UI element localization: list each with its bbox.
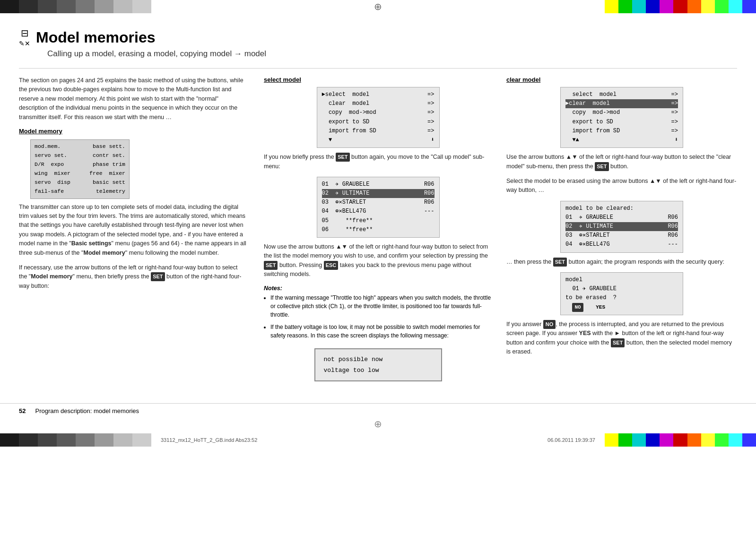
- top-bar-center: ⊕: [151, 0, 605, 13]
- text-arrows: Now use the arrow buttons ▲▼ of the left…: [264, 242, 492, 279]
- color-block: [0, 433, 19, 447]
- set-badge: SET: [611, 338, 625, 347]
- clear-model-heading: clear model: [506, 76, 737, 83]
- color-block: [729, 433, 742, 447]
- color-block-green: [618, 0, 632, 13]
- lcd-row: import from SD=>: [322, 127, 434, 136]
- lcd-row-highlighted: 02 ✈ ULTIMATER06: [565, 222, 678, 231]
- set-badge: SET: [553, 258, 567, 267]
- model-to-clear-lcd: model to be cleared: 01 ✈ GRAUBELER06 02…: [560, 201, 683, 253]
- lcd-row: export to SD=>: [565, 118, 678, 127]
- lcd-row-model-name: 01 ✈ GRAUBELE: [565, 285, 678, 293]
- text-after-select: If you now briefly press the SET button …: [264, 153, 492, 171]
- color-block: [76, 0, 95, 13]
- lcd-row: 01 ✈ GRAUBELER06: [322, 180, 434, 189]
- footer-label: Program description: model memories: [35, 407, 139, 414]
- main-columns: The section on pages 24 and 25 explains …: [19, 76, 737, 386]
- page-header: ⊟ ✎✕ Model memories: [19, 27, 737, 47]
- color-block: [605, 433, 618, 447]
- color-block: [57, 0, 76, 13]
- color-block-yellow: [605, 0, 618, 13]
- lcd-row-header: model to be cleared:: [565, 204, 678, 213]
- color-block: [687, 433, 701, 447]
- bottom-file-info: 33112_mx12_HoTT_2_GB.indd Abs23:52 06.06…: [151, 433, 605, 447]
- color-block: [646, 433, 660, 447]
- lcd-row: 05 **free**: [322, 216, 434, 225]
- page-content: ⊟ ✎✕ Model memories Calling up a model, …: [0, 13, 756, 396]
- body-text-3: If necessary, use the arrow buttons of t…: [19, 263, 247, 291]
- lcd-row-highlighted: 02 ✈ ULTIMATER06: [322, 189, 434, 198]
- color-block-green2: [715, 0, 729, 13]
- color-block-magenta: [660, 0, 673, 13]
- lcd-row: clear model=>: [322, 99, 434, 108]
- note-item: If the battery voltage is too low, it ma…: [270, 323, 492, 340]
- voltage-line2: voltage too low: [324, 365, 433, 376]
- edit-delete-icon: ✎✕: [19, 40, 30, 47]
- model-memory-lcd: mod.mem.base sett. servo set.contr set. …: [30, 139, 130, 199]
- page-subtitle: Calling up a model, erasing a model, cop…: [47, 49, 737, 59]
- top-bar-right: [605, 0, 756, 13]
- lcd-row: select model=>: [565, 90, 678, 99]
- esc-badge: ESC: [324, 261, 339, 270]
- color-block-orange: [687, 0, 701, 13]
- lcd-row: 04 ⊕✕BELL47G---: [565, 240, 678, 249]
- header-icon: ⊟ ✎✕: [19, 27, 30, 47]
- color-block: [701, 433, 715, 447]
- top-color-bar: ⊕: [0, 0, 756, 13]
- voltage-warning-box: not possible now voltage too low: [314, 348, 442, 382]
- lcd-row: 03 ⊕✕STARLETR06: [565, 231, 678, 240]
- set-badge: SET: [336, 153, 349, 162]
- lcd-row: import from SD=>: [565, 127, 678, 136]
- bottom-bar-left: [0, 433, 151, 447]
- color-block: [113, 0, 132, 13]
- lcd-row: ►select model=>: [322, 90, 434, 99]
- lcd-row-model: model: [565, 276, 678, 285]
- page-title: Model memories: [36, 29, 156, 46]
- set-badge: SET: [264, 261, 278, 270]
- color-block: [113, 433, 132, 447]
- notes-label: Notes:: [264, 285, 492, 292]
- lcd-row: 06 **free**: [322, 225, 434, 234]
- bottom-crosshair: ⊕: [0, 418, 756, 430]
- lcd-row: wing mixerfree mixer: [35, 169, 125, 178]
- bottom-bar-right: [605, 433, 756, 447]
- color-block: [95, 433, 113, 447]
- lcd-row: copy mod->mod=>: [322, 108, 434, 117]
- select-model-heading: select model: [264, 76, 492, 83]
- color-block: [38, 0, 57, 13]
- voltage-line1: not possible now: [324, 354, 433, 365]
- intro-text: The section on pages 24 and 25 explains …: [19, 76, 247, 122]
- body-text-2: The transmitter can store up to ten comp…: [19, 203, 247, 258]
- no-badge-inline: NO: [543, 320, 556, 329]
- bottom-bar: 52 Program description: model memories: [0, 403, 756, 418]
- file-info: 33112_mx12_HoTT_2_GB.indd Abs23:52: [161, 437, 257, 443]
- voltage-box-wrap: not possible now voltage too low: [264, 344, 492, 387]
- lcd-row: export to SD=>: [322, 118, 434, 127]
- note-item: If the warning message "Throttle too hig…: [270, 293, 492, 319]
- lcd-row: mod.mem.base sett.: [35, 142, 125, 151]
- no-badge: NO: [572, 303, 583, 312]
- color-block: [0, 0, 19, 13]
- color-block: [95, 0, 113, 13]
- header-divider: [19, 68, 737, 69]
- color-block: [132, 433, 151, 447]
- color-block-cyan: [632, 0, 646, 13]
- lcd-row-no-yes: NO YES: [565, 303, 678, 312]
- color-block-blue2: [742, 0, 756, 13]
- lcd-row: fail-safetelemetry: [35, 187, 125, 196]
- lcd-row: 03 ⊕✕STARLETR06: [322, 198, 434, 207]
- color-block: [618, 433, 632, 447]
- color-block-red: [673, 0, 687, 13]
- right-column: clear model select model=> ►clear model=…: [504, 76, 737, 386]
- color-block: [742, 433, 756, 447]
- color-block: [38, 433, 57, 447]
- yes-badge: YES: [593, 303, 608, 312]
- color-block: [632, 433, 646, 447]
- page-number: 52: [19, 407, 26, 414]
- set-badge: SET: [595, 162, 608, 171]
- top-bar-left: [0, 0, 151, 13]
- lcd-row: 01 ✈ GRAUBELER06: [565, 213, 678, 222]
- lcd-row: 04 ⊕✕BELL47G---: [322, 207, 434, 216]
- text-if-no: If you answer NO, the process is interru…: [506, 320, 737, 357]
- security-query-lcd: model 01 ✈ GRAUBELE to be erased ? NO YE…: [560, 272, 683, 315]
